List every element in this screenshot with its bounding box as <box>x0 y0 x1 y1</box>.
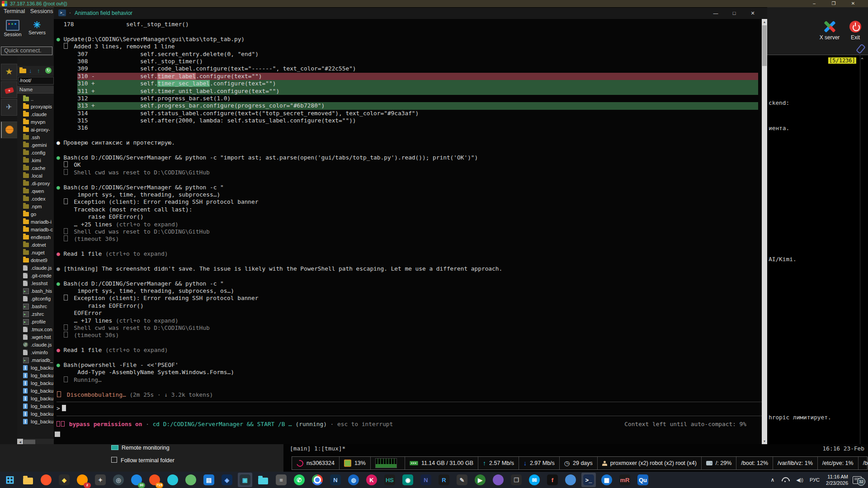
file-row[interactable]: .config <box>17 149 54 157</box>
file-row[interactable]: .di-proxy <box>17 180 54 188</box>
scrollbar-thumb[interactable] <box>762 25 767 66</box>
file-row[interactable]: .bashrc <box>17 303 54 310</box>
quick-connect-input[interactable]: Quick connect. <box>1 47 52 55</box>
taskbar-icon-app-navy-n[interactable]: N <box>328 473 343 487</box>
maximize-icon[interactable]: □ <box>726 8 742 19</box>
taskbar-icon-app-navy[interactable]: ◈ <box>220 473 234 487</box>
file-row[interactable]: proxyapis <box>17 103 54 111</box>
menu-terminal[interactable]: Terminal <box>4 8 25 14</box>
minimize-icon[interactable]: — <box>708 8 723 19</box>
file-row[interactable]: dotnet9 <box>17 257 54 264</box>
taskbar-icon-app-teal[interactable] <box>165 473 180 487</box>
file-row[interactable]: .kimi <box>17 157 54 164</box>
file-row[interactable]: .ssh <box>17 134 54 141</box>
taskbar-icon-app-dark-1[interactable]: ✦ <box>93 473 108 487</box>
favorites-tab[interactable]: ★ <box>1 64 17 80</box>
remote-monitoring-option[interactable]: Remote monitoring <box>111 445 170 451</box>
language-indicator[interactable]: РУС <box>810 477 820 483</box>
taskbar-icon-brave[interactable] <box>39 473 53 487</box>
taskbar-icon-figma[interactable]: f <box>545 473 560 487</box>
file-row[interactable]: .gemini <box>17 141 54 149</box>
file-row[interactable]: log_backu <box>17 387 54 395</box>
file-row[interactable]: .claude <box>17 111 54 118</box>
notifications-icon[interactable]: 32 <box>853 476 862 484</box>
taskbar-icon-kimi[interactable]: K <box>364 473 379 487</box>
restore-icon[interactable]: ❐ <box>827 0 840 7</box>
taskbar-icon-firefox[interactable]: 2 <box>75 473 90 487</box>
taskbar-icon-app-orange-715[interactable]: 715 <box>147 473 162 487</box>
file-row[interactable]: .. <box>17 95 54 103</box>
taskbar-icon-app-purple[interactable] <box>491 473 505 487</box>
taskbar-icon-quick-utmo[interactable]: Qu <box>636 473 650 487</box>
file-row[interactable]: mariadb-i <box>17 218 54 226</box>
clock[interactable]: 11:16 AM 2/23/2026 <box>826 474 848 487</box>
file-row[interactable]: .qwen <box>17 188 54 195</box>
folder-up-icon[interactable] <box>19 69 26 73</box>
sftp-tab[interactable] <box>1 122 18 138</box>
prompt-input[interactable]: > <box>57 405 66 412</box>
file-row[interactable]: .nuget <box>17 249 54 257</box>
file-row[interactable]: .viminfo <box>17 349 54 357</box>
taskbar-icon-notion[interactable]: N <box>419 473 433 487</box>
taskbar-icon-start[interactable]: ⊞ <box>3 473 17 487</box>
file-row[interactable]: log_backu <box>17 410 54 418</box>
file-row[interactable]: .zshrc <box>17 310 54 318</box>
menu-sessions[interactable]: Sessions <box>30 8 53 14</box>
taskbar-icon-app-teal-cam[interactable]: ◉ <box>401 473 415 487</box>
scroll-down-icon[interactable]: ▼ <box>762 438 767 444</box>
macros-tab[interactable]: ✈ <box>1 99 17 116</box>
close-icon[interactable]: ✕ <box>846 0 860 7</box>
download-icon[interactable]: ↓ <box>29 67 32 74</box>
file-row[interactable]: .profile <box>17 318 54 326</box>
taskbar-icon-app-mail[interactable]: ✉ <box>527 473 542 487</box>
file-row[interactable]: .local <box>17 172 54 180</box>
taskbar-icon-chrome[interactable] <box>310 473 325 487</box>
file-row[interactable]: log_backu <box>17 418 54 426</box>
file-row[interactable]: .claude.js <box>17 341 54 349</box>
file-row[interactable]: endlessh <box>17 234 54 241</box>
scroll-up-icon[interactable]: ▲ <box>762 19 767 25</box>
taskbar-icon-mremoteng[interactable]: mR <box>618 473 632 487</box>
path-field[interactable]: /root/ <box>18 77 54 84</box>
name-column-header[interactable]: Name <box>17 86 54 94</box>
taskbar-icon-explorer[interactable] <box>21 473 35 487</box>
file-row[interactable]: .npm <box>17 203 54 211</box>
file-row[interactable]: ai-proxy- <box>17 126 54 134</box>
speaker-icon[interactable]: ◀)) <box>796 477 803 483</box>
file-row[interactable]: .lesshst <box>17 280 54 287</box>
x-server-button[interactable]: X server <box>817 21 842 41</box>
taskbar-icon-app-green[interactable] <box>184 473 198 487</box>
close-icon[interactable]: ✕ <box>745 8 760 19</box>
exit-button[interactable]: Exit <box>845 21 866 41</box>
refresh-icon[interactable]: ↻ <box>45 67 52 74</box>
file-row[interactable]: .claude.js <box>17 264 54 272</box>
file-row[interactable]: log_backu <box>17 380 54 387</box>
file-row[interactable]: .git-crede <box>17 272 54 280</box>
taskbar-icon-powershell[interactable]: >_ <box>581 473 596 487</box>
file-row[interactable]: .bash_his <box>17 287 54 295</box>
file-row[interactable]: .tmux.con <box>17 326 54 333</box>
file-row[interactable]: log_backu <box>17 403 54 410</box>
taskbar-icon-app-r[interactable]: R <box>437 473 451 487</box>
taskbar-icon-app-blue-sq[interactable]: ▤ <box>202 473 216 487</box>
taskbar-icon-app-dark-3[interactable]: ❒ <box>509 473 524 487</box>
taskbar-icon-app-hs[interactable]: HS <box>382 473 397 487</box>
upload-icon[interactable]: ↑ <box>37 67 40 74</box>
file-row[interactable]: .codex <box>17 195 54 203</box>
file-row[interactable]: log_backu <box>17 364 54 372</box>
file-row[interactable]: .wget-hst <box>17 333 54 341</box>
checkbox-icon[interactable] <box>111 457 117 463</box>
taskbar-icon-app-edit[interactable]: ✎ <box>455 473 469 487</box>
taskbar-icon-app-blue-cam[interactable]: ▦ <box>599 473 614 487</box>
file-row[interactable]: .dotnet <box>17 241 54 249</box>
file-row[interactable]: go <box>17 211 54 218</box>
claude-scrollbar[interactable]: ▲ ▼ <box>762 19 767 444</box>
file-row[interactable]: .gitconfig <box>17 295 54 303</box>
follow-terminal-folder-checkbox[interactable]: Follow terminal folder <box>111 457 175 464</box>
taskbar-icon-app-dark-2[interactable]: ◎ <box>111 473 126 487</box>
claude-titlebar[interactable]: >_ · Animation field behavior — □ ✕ <box>54 8 767 19</box>
taskbar-icon-app-gray[interactable]: ≡ <box>274 473 288 487</box>
servers-button[interactable]: ✳ Servers <box>26 19 48 41</box>
taskbar-icon-chromium[interactable] <box>563 473 578 487</box>
file-row[interactable]: .cache <box>17 164 54 172</box>
